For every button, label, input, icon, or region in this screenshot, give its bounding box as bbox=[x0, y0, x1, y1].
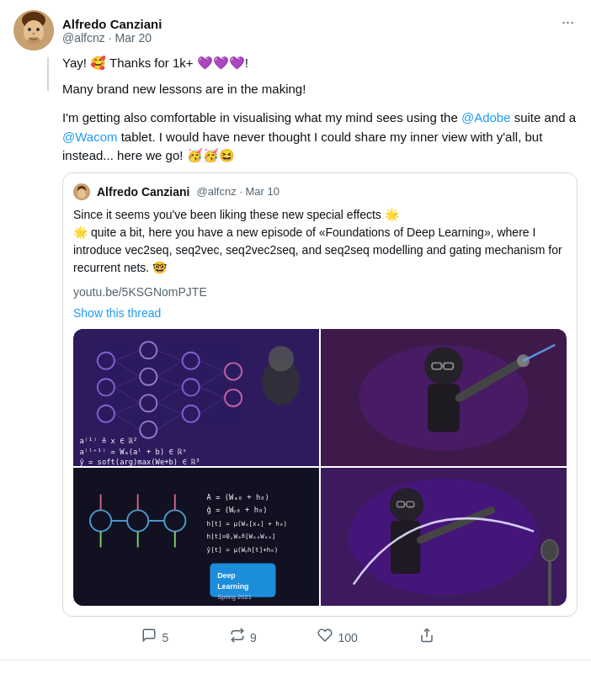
user-info: Alfredo Canziani @alfcnz · Mar 20 bbox=[62, 17, 162, 45]
tweet-header-left: Alfredo Canziani @alfcnz · Mar 20 bbox=[13, 10, 162, 50]
tweet-text-3: I'm getting also comfortable in visualis… bbox=[62, 109, 578, 166]
svg-text:h[t] = μ(Wₐ[xₐ] + h₀): h[t] = μ(Wₐ[xₐ] + h₀) bbox=[207, 521, 287, 528]
tweet-thread-layout: Yay! 🥰 Thanks for 1k+ 💜💜💜! Many brand ne… bbox=[13, 54, 578, 650]
action-bar: 5 9 bbox=[111, 627, 465, 650]
svg-text:Spring 2021: Spring 2021 bbox=[217, 594, 252, 602]
svg-text:ĝ = (Wᵧ₀ + h₀): ĝ = (Wᵧ₀ + h₀) bbox=[207, 506, 268, 514]
svg-point-4 bbox=[36, 28, 40, 31]
quoted-tweet-header: Alfredo Canziani @alfcnz · Mar 10 bbox=[73, 183, 567, 201]
svg-rect-54 bbox=[74, 468, 318, 606]
thread-line-area bbox=[13, 54, 62, 650]
svg-point-3 bbox=[28, 28, 31, 31]
show-thread-button[interactable]: Show this thread bbox=[73, 305, 567, 322]
quoted-user-name: Alfredo Canziani bbox=[97, 183, 189, 201]
like-count: 100 bbox=[338, 629, 357, 647]
like-icon bbox=[317, 627, 333, 650]
share-icon bbox=[419, 627, 434, 650]
image-cell-1: a⁽¹⁾ ≜ x ∈ ℝ² a⁽ˡ⁺¹⁾ = Wₐ(aˡ + b) ∈ ℝˢ ŷ… bbox=[73, 329, 319, 467]
svg-text:ŷ[t] = μ(Wᵧh[t]+h₀): ŷ[t] = μ(Wᵧh[t]+h₀) bbox=[207, 546, 279, 554]
svg-point-43 bbox=[269, 346, 294, 371]
tweet-body: Yay! 🥰 Thanks for 1k+ 💜💜💜! Many brand ne… bbox=[62, 54, 578, 650]
image-grid: a⁽¹⁾ ≜ x ∈ ℝ² a⁽ˡ⁺¹⁾ = Wₐ(aˡ + b) ∈ ℝˢ ŷ… bbox=[73, 329, 567, 607]
like-button[interactable]: 100 bbox=[317, 627, 357, 650]
svg-text:h[t]=0,Wₐ≜[WₐₒWₐₐ]: h[t]=0,Wₐ≜[WₐₒWₐₐ] bbox=[207, 533, 276, 541]
tweet-text-1: Yay! 🥰 Thanks for 1k+ 💜💜💜! bbox=[62, 54, 578, 73]
image-cell-3: A = (Wₐ₀ + h₀) ĝ = (Wᵧ₀ + h₀) h[t] = μ(W… bbox=[73, 468, 319, 606]
quoted-avatar bbox=[73, 183, 90, 200]
user-handle-date: @alfcnz · Mar 20 bbox=[62, 31, 162, 45]
retweet-icon bbox=[230, 627, 245, 650]
tweet-text-2: Many brand new lessons are in the making… bbox=[62, 80, 578, 99]
quoted-link[interactable]: youtu.be/5KSGNomPJTE bbox=[73, 284, 567, 301]
svg-point-84 bbox=[541, 540, 558, 561]
avatar-image bbox=[13, 10, 54, 50]
quoted-tweet[interactable]: Alfredo Canziani @alfcnz · Mar 10 Since … bbox=[62, 172, 578, 618]
svg-text:ŷ = soft(arg)max(We+b) ∈ ℝ³: ŷ = soft(arg)max(We+b) ∈ ℝ³ bbox=[79, 458, 200, 466]
svg-point-6 bbox=[27, 37, 40, 44]
reply-icon bbox=[141, 627, 157, 650]
user-handle[interactable]: @alfcnz bbox=[62, 31, 105, 45]
svg-rect-50 bbox=[428, 384, 460, 432]
svg-text:a⁽¹⁾ ≜ x ∈ ℝ²: a⁽¹⁾ ≜ x ∈ ℝ² bbox=[79, 437, 137, 445]
svg-text:Deep: Deep bbox=[217, 571, 236, 580]
retweet-button[interactable]: 9 bbox=[230, 627, 257, 650]
retweet-count: 9 bbox=[250, 629, 257, 647]
tweet-container: Alfredo Canziani @alfcnz · Mar 20 ··· Ya… bbox=[0, 0, 591, 660]
tweet-date: Mar 20 bbox=[114, 31, 152, 45]
reply-count: 5 bbox=[162, 629, 168, 647]
mention-adobe[interactable]: @Adobe bbox=[461, 110, 511, 125]
tweet-header: Alfredo Canziani @alfcnz · Mar 20 ··· bbox=[13, 10, 578, 50]
svg-rect-71 bbox=[210, 564, 275, 597]
share-button[interactable] bbox=[419, 627, 434, 650]
svg-point-52 bbox=[517, 354, 530, 367]
image-cell-2 bbox=[321, 329, 567, 467]
thread-line bbox=[47, 57, 49, 91]
more-options-button[interactable]: ··· bbox=[558, 10, 578, 34]
image-cell-4 bbox=[321, 468, 567, 606]
reply-button[interactable]: 5 bbox=[141, 627, 168, 650]
svg-point-5 bbox=[32, 33, 35, 35]
user-name[interactable]: Alfredo Canziani bbox=[62, 17, 162, 31]
svg-text:A = (Wₐ₀ + h₀): A = (Wₐ₀ + h₀) bbox=[207, 493, 269, 501]
mention-wacom[interactable]: @Wacom bbox=[62, 130, 118, 144]
svg-text:Learning: Learning bbox=[217, 582, 248, 591]
svg-text:a⁽ˡ⁺¹⁾ = Wₐ(aˡ + b) ∈ ℝˢ: a⁽ˡ⁺¹⁾ = Wₐ(aˡ + b) ∈ ℝˢ bbox=[79, 447, 186, 455]
quoted-tweet-text: Since it seems you've been liking these … bbox=[73, 206, 567, 277]
quoted-handle-date: @alfcnz · Mar 10 bbox=[196, 183, 280, 200]
svg-point-76 bbox=[349, 479, 540, 596]
svg-point-9 bbox=[77, 188, 86, 199]
avatar[interactable] bbox=[13, 10, 54, 50]
